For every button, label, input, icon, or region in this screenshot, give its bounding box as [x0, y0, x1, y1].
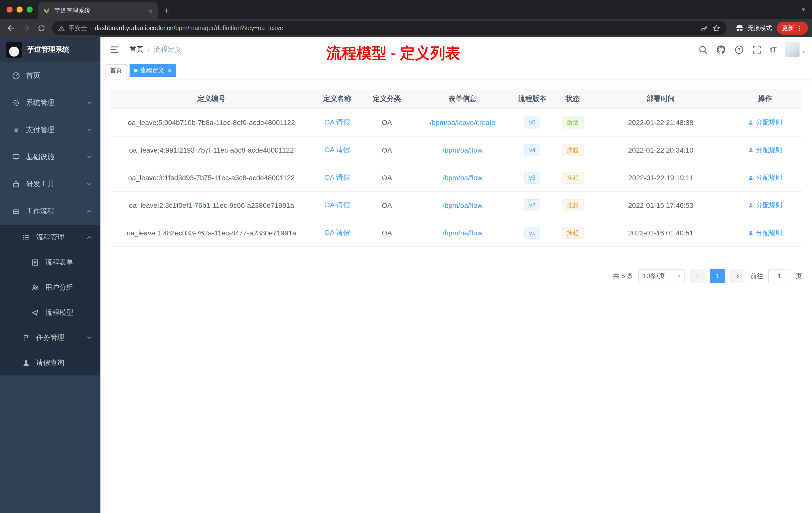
forward-button[interactable] — [19, 21, 33, 35]
table-row: oa_leave:4:991f2193-7b7f-11ec-a3c8-acde4… — [111, 136, 802, 163]
breadcrumb: 首页 / 流程定义 — [129, 45, 182, 54]
cell-definition-id: oa_leave:5:004b710b-7b8a-11ec-8ef0-acde4… — [111, 109, 312, 136]
user-menu[interactable]: ▾ — [785, 42, 805, 57]
sidebar-item-home[interactable]: 首页 — [0, 62, 100, 89]
cell-definition-id: oa_leave:1:482ec033-762a-11ec-8477-a2380… — [111, 219, 312, 246]
window-zoom-button[interactable] — [27, 6, 33, 12]
definition-name-link[interactable]: OA 请假 — [324, 145, 350, 153]
browser-tab[interactable]: 芋道管理系统 × — [38, 2, 158, 19]
window-minimize-button[interactable] — [17, 6, 23, 12]
column-header: 操作 — [728, 89, 802, 109]
app-header: 首页 / 流程定义 流程模型 - 定义列表 — [100, 37, 812, 62]
search-button[interactable] — [699, 45, 708, 54]
select-caret-icon: ▾ — [678, 273, 680, 279]
assign-rule-link[interactable]: 分配规则 — [748, 145, 782, 154]
tab-title: 芋道管理系统 — [54, 6, 144, 15]
definition-name-link[interactable]: OA 请假 — [324, 173, 350, 181]
user-group-icon — [31, 283, 39, 292]
prev-page-button[interactable]: ‹ — [690, 269, 705, 283]
security-label[interactable]: 不安全 — [68, 24, 87, 32]
window-close-button[interactable] — [6, 6, 12, 12]
version-tag: v5 — [524, 116, 540, 128]
sidebar-item-label: 流程表单 — [45, 258, 73, 267]
form-link[interactable]: /bpm/oa/flow — [443, 201, 483, 209]
assign-rule-link[interactable]: 分配规则 — [748, 118, 782, 127]
tag-home[interactable]: 首页 — [106, 64, 126, 77]
form-link[interactable]: /bpm/oa/flow — [443, 174, 483, 181]
app-logo[interactable]: 芋道管理系统 — [0, 37, 100, 62]
sidebar-item-payment[interactable]: ¥ 支付管理 — [0, 117, 100, 144]
hamburger-icon — [110, 45, 119, 55]
definition-table: 定义编号 定义名称 定义分类 表单信息 流程版本 状态 部署时间 操作 oa_l… — [111, 89, 802, 247]
document-icon — [31, 259, 39, 267]
goto-page-input[interactable] — [768, 269, 790, 283]
status-badge: 挂起 — [562, 172, 584, 183]
chevron-up-icon — [86, 208, 92, 214]
definition-name-link[interactable]: OA 请假 — [324, 228, 350, 236]
sidebar-item-infrastructure[interactable]: 基础设施 — [0, 144, 100, 171]
form-link[interactable]: /bpm/oa/leave/create — [430, 118, 495, 126]
refresh-icon — [37, 24, 46, 32]
refresh-button[interactable] — [34, 21, 48, 35]
font-size-button[interactable]: tT — [770, 46, 777, 54]
question-icon: ? — [735, 45, 744, 54]
sidebar-item-dev-tools[interactable]: 研发工具 — [0, 171, 100, 198]
tags-view-bar: 首页 流程定义 × — [100, 62, 812, 79]
sidebar-item-process-model[interactable]: 流程模型 — [0, 300, 100, 325]
sidebar-item-process-management[interactable]: 流程管理 — [0, 225, 100, 250]
incognito-badge: 无痕模式 — [735, 23, 772, 33]
workflow-submenu: 流程管理 流程表单 用户分组 — [0, 225, 100, 375]
sidebar-item-workflow[interactable]: 工作流程 — [0, 198, 100, 225]
tab-close-icon[interactable]: × — [148, 7, 153, 14]
monitor-icon — [12, 153, 20, 161]
next-page-button[interactable]: › — [730, 269, 745, 283]
table-row: oa_leave:2:3c1f0ef1-76b1-11ec-9c66-a2380… — [111, 191, 802, 219]
assign-rule-link[interactable]: 分配规则 — [748, 201, 782, 210]
page-annotation: 流程模型 - 定义列表 — [326, 43, 460, 64]
assign-rule-link[interactable]: 分配规则 — [748, 228, 782, 237]
form-link[interactable]: /bpm/oa/flow — [443, 229, 483, 237]
sidebar-item-label: 研发工具 — [26, 180, 54, 189]
sidebar-item-leave-query[interactable]: 请假查询 — [0, 350, 100, 375]
browser-menu-icon[interactable]: ⋮ — [796, 24, 803, 32]
definition-name-link[interactable]: OA 请假 — [324, 118, 350, 126]
svg-text:?: ? — [738, 47, 741, 53]
yen-icon: ¥ — [12, 126, 20, 134]
sidebar-item-task-management[interactable]: 任务管理 — [0, 325, 100, 350]
fullscreen-button[interactable] — [753, 45, 761, 54]
form-link[interactable]: /bpm/oa/flow — [443, 146, 483, 154]
key-icon — [700, 24, 708, 32]
bookmark-star-button[interactable] — [712, 24, 721, 32]
status-badge: 激活 — [562, 116, 584, 128]
person-icon — [22, 359, 30, 367]
address-bar[interactable]: 不安全 dashboard.yudao.iocoder.cn/bpm/manag… — [52, 21, 727, 35]
password-key-button[interactable] — [700, 24, 708, 32]
tag-process-definition[interactable]: 流程定义 × — [129, 64, 176, 77]
sidebar-item-process-form[interactable]: 流程表单 — [0, 250, 100, 275]
sidebar-item-user-group[interactable]: 用户分组 — [0, 275, 100, 300]
chrome-update-button[interactable]: 更新 ⋮ — [777, 22, 808, 35]
omnibox-divider — [91, 25, 91, 32]
version-tag: v4 — [524, 144, 540, 156]
page-number-current[interactable]: 1 — [710, 269, 725, 283]
definition-name-link[interactable]: OA 请假 — [324, 201, 350, 209]
github-button[interactable] — [716, 45, 726, 55]
help-button[interactable]: ? — [735, 45, 744, 54]
search-icon — [699, 45, 708, 54]
status-badge: 挂起 — [562, 144, 584, 156]
avatar[interactable] — [785, 42, 800, 57]
lock-icon — [12, 180, 20, 188]
new-tab-button[interactable]: + — [164, 6, 169, 16]
back-button[interactable] — [4, 21, 18, 35]
person-icon — [748, 147, 754, 153]
tag-close-icon[interactable]: × — [168, 67, 172, 74]
url-text[interactable]: dashboard.yudao.iocoder.cn/bpm/manager/d… — [95, 25, 283, 32]
page-size-select[interactable]: 10条/页 ▾ — [638, 269, 685, 283]
sidebar-toggle-button[interactable] — [107, 42, 122, 58]
update-label: 更新 — [782, 24, 794, 32]
tab-search-caret-icon[interactable]: ▾ — [802, 6, 805, 13]
cell-deploy-time: 2022-01-22 20:34:10 — [594, 136, 728, 163]
sidebar-item-system[interactable]: 系统管理 — [0, 89, 100, 117]
breadcrumb-home[interactable]: 首页 — [129, 45, 144, 54]
assign-rule-link[interactable]: 分配规则 — [748, 173, 782, 182]
